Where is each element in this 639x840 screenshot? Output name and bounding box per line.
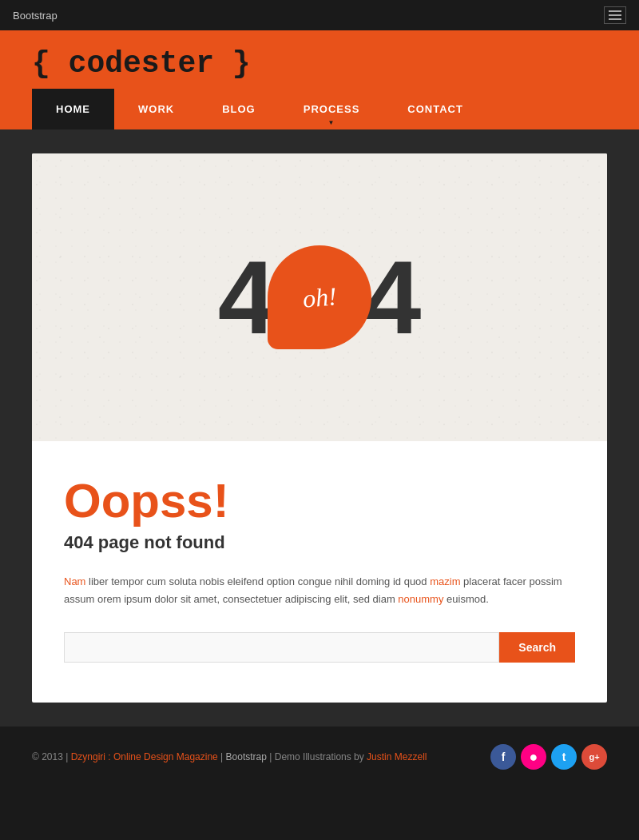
desc-highlight-3: nonummy [398,593,443,605]
hamburger-button[interactable] [604,6,626,24]
not-found-subtitle: 404 page not found [64,532,575,553]
digit-four-right: 4 [363,245,421,349]
nav-item-home[interactable]: HOME [32,89,114,129]
process-dropdown-arrow: ▼ [328,119,335,126]
search-input[interactable] [64,632,499,663]
search-area: Search [64,632,575,663]
nav-item-process[interactable]: PROCESS ▼ [280,89,384,129]
main-wrapper: 4 oh! 4 Oopss! 404 page not found Nam li… [0,129,639,727]
footer-copyright: © 2013 | [32,751,68,762]
footer-link-dzyngiri[interactable]: Dzyngiri : Online Design Magazine [71,751,218,762]
footer-link-bootstrap[interactable]: Bootstrap [226,751,267,762]
social-icons: f ● t g+ [490,744,607,770]
brand-label: Bootstrap [13,10,58,22]
error-404-graphic: 4 oh! 4 [218,245,422,349]
oh-bubble: oh! [268,245,371,349]
social-facebook-button[interactable]: f [490,744,516,770]
desc-text-3: euismod. [447,593,489,605]
oh-text: oh! [301,281,338,314]
footer-text: © 2013 | Dzyngiri : Online Design Magazi… [32,751,427,762]
site-header: { codester } HOME WORK BLOG PROCESS ▼ CO… [0,30,639,129]
nav-item-blog[interactable]: BLOG [198,89,280,129]
top-bar: Bootstrap [0,0,639,30]
hamburger-line-2 [609,14,621,16]
nav-item-work[interactable]: WORK [114,89,198,129]
desc-highlight-1: Nam [64,575,85,587]
nav-item-contact[interactable]: CONTACT [383,89,487,129]
hamburger-line-1 [609,10,621,12]
oops-title: Oopss! [64,473,575,528]
social-twitter-button[interactable]: t [551,744,577,770]
desc-highlight-2: mazim [430,575,460,587]
site-footer: © 2013 | Dzyngiri : Online Design Magazi… [0,727,639,787]
footer-sep2: | Demo Illustrations by [269,751,367,762]
error-illustration: 4 oh! 4 [32,153,607,441]
content-box: 4 oh! 4 Oopss! 404 page not found Nam li… [32,153,607,703]
footer-link-justin[interactable]: Justin Mezzell [367,751,427,762]
error-description: Nam liber tempor cum soluta nobis eleife… [64,573,575,608]
social-flickr-button[interactable]: ● [521,744,546,770]
error-content: Oopss! 404 page not found Nam liber temp… [32,441,607,703]
search-button[interactable]: Search [499,632,575,663]
site-nav: HOME WORK BLOG PROCESS ▼ CONTACT [32,89,607,129]
social-googleplus-button[interactable]: g+ [581,744,607,770]
hamburger-line-3 [609,18,621,20]
desc-text-1: liber tempor cum soluta nobis eleifend o… [89,575,430,587]
site-logo: { codester } [32,46,607,81]
